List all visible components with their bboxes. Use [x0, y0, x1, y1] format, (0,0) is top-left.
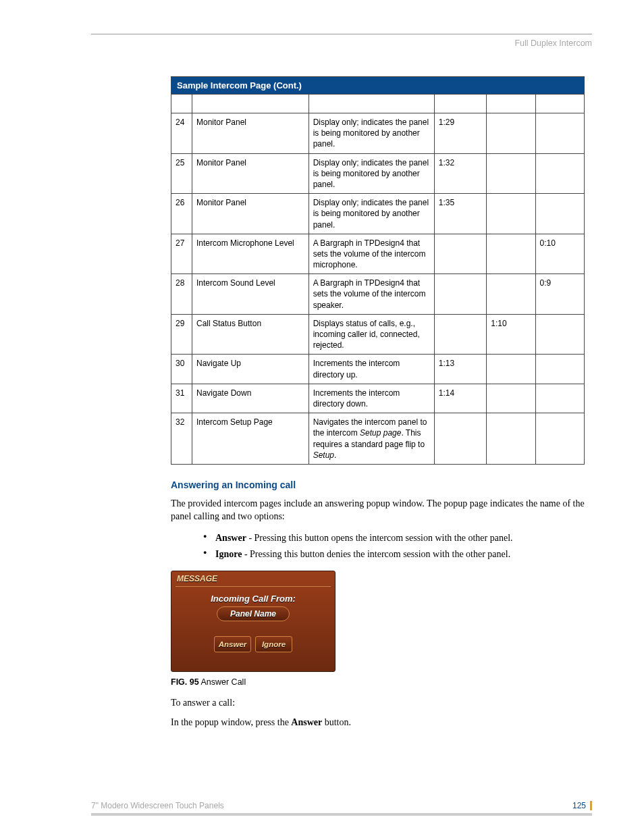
cell-addr	[487, 234, 535, 274]
bullet-bold: Answer	[215, 533, 246, 543]
sample-intercom-table: Sample Intercom Page (Cont.) 24Monitor P…	[171, 76, 585, 465]
top-rule	[91, 34, 592, 34]
cell-lvl	[535, 194, 584, 234]
bullet-bold: Ignore	[215, 549, 242, 559]
figure-number: FIG. 95	[171, 677, 199, 687]
cell-lvl	[535, 413, 584, 465]
cell-num: 31	[171, 384, 192, 413]
table-row: 25Monitor PanelDisplay only; indicates t…	[171, 153, 585, 194]
section-intro: The provided intercom pages include an a…	[171, 497, 592, 523]
popup-divider	[176, 586, 331, 587]
instruction-text-a: In the popup window, press the	[171, 717, 291, 727]
table-blank-header	[171, 95, 585, 113]
cell-ch: 1:35	[434, 194, 487, 234]
table-row: 26Monitor PanelDisplay only; indicates t…	[171, 194, 585, 234]
cell-num: 27	[171, 234, 192, 274]
cell-num: 24	[171, 113, 192, 154]
panel-name-display: Panel Name	[217, 606, 290, 621]
cell-ch: 1:13	[434, 355, 487, 384]
instruction-text-c: button.	[322, 717, 351, 727]
section-heading: Answering an Incoming call	[171, 479, 592, 490]
cell-ch	[434, 274, 487, 315]
cell-num: 32	[171, 413, 192, 465]
cell-ch: 1:29	[434, 113, 487, 154]
table-row: 27Intercom Microphone LevelA Bargraph in…	[171, 234, 585, 274]
table-row: 30Navigate UpIncrements the intercom dir…	[171, 355, 585, 384]
to-answer-label: To answer a call:	[171, 696, 592, 710]
table-row: 29Call Status ButtonDisplays status of c…	[171, 314, 585, 355]
cell-addr	[487, 384, 535, 413]
cell-name: Monitor Panel	[192, 113, 309, 154]
cell-addr	[487, 413, 535, 465]
cell-addr: 1:10	[487, 314, 535, 355]
running-header: Full Duplex Intercom	[91, 38, 592, 48]
cell-func: Increments the intercom directory down.	[308, 384, 434, 413]
cell-ch: 1:32	[434, 153, 487, 194]
cell-addr	[487, 194, 535, 234]
ignore-button[interactable]: Ignore	[255, 636, 292, 652]
footer-title: 7" Modero Widescreen Touch Panels	[91, 801, 224, 810]
table-body: 24Monitor PanelDisplay only; indicates t…	[171, 113, 585, 465]
cell-lvl	[535, 113, 584, 154]
cell-func: Display only; indicates the panel is bei…	[308, 113, 434, 154]
cell-lvl	[535, 314, 584, 355]
answer-button[interactable]: Answer	[214, 636, 251, 652]
cell-func: Increments the intercom directory up.	[308, 355, 434, 384]
cell-num: 26	[171, 194, 192, 234]
cell-addr	[487, 274, 535, 315]
table-row: 31Navigate DownIncrements the intercom d…	[171, 384, 585, 413]
figure-caption-text: Answer Call	[199, 677, 246, 687]
popup-buttons: Answer Ignore	[171, 636, 335, 652]
cell-name: Intercom Microphone Level	[192, 234, 309, 274]
cell-num: 25	[171, 153, 192, 194]
cell-name: Intercom Sound Level	[192, 274, 309, 315]
instruction-bold: Answer	[291, 717, 322, 727]
cell-addr	[487, 355, 535, 384]
cell-func: Displays status of calls, e.g., incoming…	[308, 314, 434, 355]
cell-ch	[434, 314, 487, 355]
table-title: Sample Intercom Page (Cont.)	[171, 77, 585, 95]
cell-func: Display only; indicates the panel is bei…	[308, 194, 434, 234]
cell-name: Navigate Down	[192, 384, 309, 413]
table-title-row: Sample Intercom Page (Cont.)	[171, 77, 585, 95]
cell-name: Call Status Button	[192, 314, 309, 355]
answer-instruction: In the popup window, press the Answer bu…	[171, 716, 592, 729]
cell-func: Display only; indicates the panel is bei…	[308, 153, 434, 194]
incoming-call-label: Incoming Call From:	[171, 594, 335, 604]
cell-lvl: 0:9	[535, 274, 584, 315]
message-popup: MESSAGE Incoming Call From: Panel Name A…	[171, 571, 336, 672]
cell-lvl	[535, 153, 584, 194]
popup-title: MESSAGE	[171, 571, 335, 586]
page-number: 125	[572, 801, 592, 810]
cell-name: Monitor Panel	[192, 194, 309, 234]
cell-lvl	[535, 355, 584, 384]
options-list: Answer - Pressing this button opens the …	[206, 530, 592, 563]
cell-name: Navigate Up	[192, 355, 309, 384]
list-item: Ignore - Pressing this button denies the…	[206, 546, 592, 563]
list-item: Answer - Pressing this button opens the …	[206, 530, 592, 546]
cell-ch	[434, 234, 487, 274]
cell-num: 28	[171, 274, 192, 315]
cell-addr	[487, 113, 535, 154]
cell-num: 30	[171, 355, 192, 384]
cell-lvl: 0:10	[535, 234, 584, 274]
cell-addr	[487, 153, 535, 194]
cell-func: Navigates the intercom panel to the inte…	[308, 413, 434, 465]
cell-num: 29	[171, 314, 192, 355]
table-row: 28Intercom Sound LevelA Bargraph in TPDe…	[171, 274, 585, 315]
page-footer: 7" Modero Widescreen Touch Panels 125	[91, 801, 592, 816]
page-content: Full Duplex Intercom Sample Intercom Pag…	[91, 34, 592, 736]
table-row: 32Intercom Setup PageNavigates the inter…	[171, 413, 585, 465]
cell-ch: 1:14	[434, 384, 487, 413]
bullet-text: - Pressing this button denies the interc…	[242, 549, 510, 559]
cell-func: A Bargraph in TPDesign4 that sets the vo…	[308, 234, 434, 274]
cell-name: Intercom Setup Page	[192, 413, 309, 465]
cell-name: Monitor Panel	[192, 153, 309, 194]
figure-container: MESSAGE Incoming Call From: Panel Name A…	[171, 571, 592, 672]
cell-ch	[434, 413, 487, 465]
cell-lvl	[535, 384, 584, 413]
table-row: 24Monitor PanelDisplay only; indicates t…	[171, 113, 585, 154]
cell-func: A Bargraph in TPDesign4 that sets the vo…	[308, 274, 434, 315]
bullet-text: - Pressing this button opens the interco…	[246, 533, 513, 543]
figure-caption: FIG. 95 Answer Call	[171, 677, 592, 687]
